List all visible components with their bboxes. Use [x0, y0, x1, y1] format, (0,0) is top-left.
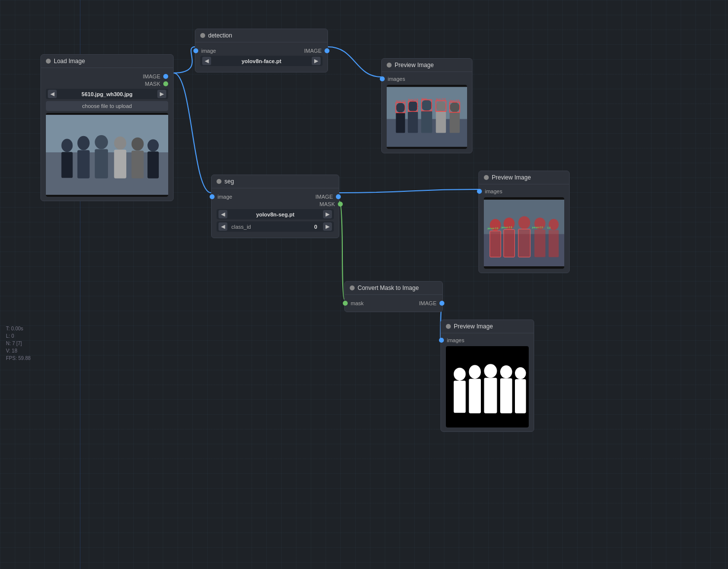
preview1-svg: face 0.9 face 0.9 face face 0.8 face 0.5	[387, 85, 467, 149]
convert-mask-out-label: IMAGE	[419, 300, 437, 306]
svg-rect-60	[454, 381, 466, 413]
seg-mask-label: MASK	[320, 201, 335, 207]
seg-classid-label: class_id	[229, 224, 312, 230]
detection-node: detection image IMAGE ◀ yolov8n-face.pt …	[195, 29, 328, 72]
convert-mask-in-port[interactable]	[343, 301, 348, 306]
image-prev-btn[interactable]: ◀	[48, 90, 57, 98]
convert-mask-ports: mask IMAGE	[350, 300, 437, 306]
seg-mask-out-port[interactable]	[338, 202, 343, 207]
preview3-body: images	[441, 333, 534, 431]
svg-point-11	[132, 138, 144, 151]
svg-point-9	[114, 137, 126, 150]
preview1-body: images face 0.9	[382, 72, 472, 153]
svg-rect-53	[534, 230, 545, 257]
seg-model-name: yolov8n-seg.pt	[229, 212, 321, 217]
svg-point-63	[484, 364, 497, 378]
seg-classid-next-btn[interactable]: ▶	[323, 222, 332, 231]
seg-image-out-port[interactable]	[336, 194, 341, 199]
preview1-node: Preview Image images	[381, 58, 473, 153]
svg-text:face: face	[422, 97, 427, 100]
svg-rect-62	[469, 379, 481, 413]
preview2-title: Preview Image	[492, 174, 531, 181]
image-output-port[interactable]	[163, 74, 168, 79]
svg-rect-23	[421, 111, 432, 133]
detection-model-next-btn[interactable]: ▶	[312, 57, 321, 65]
convert-mask-out-port[interactable]	[439, 301, 444, 306]
svg-rect-12	[132, 150, 144, 178]
load-image-header: Load Image	[41, 55, 173, 68]
detection-image-in-label: image	[201, 48, 216, 54]
detection-header: detection	[195, 29, 328, 42]
seg-model-widget: ◀ yolov8n-seg.pt ▶	[217, 209, 334, 219]
svg-point-7	[95, 135, 108, 149]
svg-rect-66	[500, 378, 512, 413]
stat-fps: FPS: 59.88	[6, 355, 31, 362]
preview2-body: images person 0.9 person 0.8	[479, 184, 569, 273]
seg-header: seg	[212, 175, 339, 188]
seg-image-out-label: IMAGE	[316, 194, 333, 200]
svg-rect-56	[548, 230, 558, 257]
svg-rect-50	[518, 229, 530, 257]
svg-rect-4	[61, 152, 73, 178]
seg-model-prev-btn[interactable]: ◀	[218, 210, 227, 218]
svg-point-20	[408, 101, 418, 111]
seg-image-row: image IMAGE	[217, 194, 334, 200]
load-image-preview	[46, 113, 168, 197]
detection-title: detection	[208, 32, 232, 39]
seg-model-next-btn[interactable]: ▶	[323, 210, 332, 218]
svg-point-59	[454, 368, 466, 381]
svg-point-5	[77, 136, 90, 150]
svg-point-26	[450, 102, 460, 112]
svg-rect-6	[77, 150, 90, 178]
convert-mask-node: Convert Mask to Image mask IMAGE	[344, 281, 443, 312]
detection-model-widget: ◀ yolov8n-face.pt ▶	[200, 56, 323, 66]
seg-classid-prev-btn[interactable]: ◀	[218, 222, 227, 231]
mask-output-port[interactable]	[163, 81, 168, 86]
preview-svg	[46, 113, 168, 197]
preview3-status-dot	[446, 324, 451, 329]
preview1-images-port[interactable]	[380, 76, 385, 81]
svg-rect-27	[450, 112, 460, 133]
image-output-row: IMAGE	[46, 73, 168, 79]
preview1-image: face 0.9 face 0.9 face face 0.8 face 0.5	[387, 85, 467, 149]
convert-mask-body: mask IMAGE	[345, 295, 442, 312]
detection-image-out: IMAGE	[304, 48, 323, 54]
preview2-image: person 0.9 person 0.8 person 0.9 0.9	[484, 197, 564, 269]
image-next-btn[interactable]: ▶	[157, 90, 166, 98]
node-status-dot	[46, 59, 51, 64]
svg-rect-64	[484, 378, 497, 413]
preview3-images-row: images	[446, 337, 529, 343]
choose-file-button[interactable]: choose file to upload	[46, 101, 168, 111]
seg-classid-value: 0	[314, 224, 321, 230]
svg-point-61	[469, 365, 481, 379]
detection-image-in: image	[200, 48, 216, 54]
preview2-svg: person 0.9 person 0.8 person 0.9 0.9	[484, 197, 564, 269]
svg-text:face 0.8: face 0.8	[436, 98, 446, 101]
stats-overlay: T: 0.00s L: 0 N: 7 [7] V: 18 FPS: 59.88	[6, 325, 31, 362]
svg-point-18	[396, 103, 405, 112]
svg-text:face 0.9: face 0.9	[408, 98, 418, 101]
seg-image-in-label: image	[218, 194, 232, 200]
detection-image-row: image IMAGE	[200, 48, 323, 54]
node-title: Load Image	[54, 58, 85, 65]
detection-image-in-port[interactable]	[193, 48, 198, 53]
image-widget-row: ◀ 5610.jpg_wh300.jpg ▶	[46, 89, 168, 99]
preview3-images-port[interactable]	[439, 338, 444, 343]
preview2-node: Preview Image images person 0.9	[478, 171, 570, 273]
svg-text:face 0.9: face 0.9	[396, 100, 406, 103]
seg-image-in-port[interactable]	[210, 194, 215, 199]
mask-output-row: MASK	[46, 81, 168, 87]
preview2-status-dot	[484, 175, 489, 180]
detection-body: image IMAGE ◀ yolov8n-face.pt ▶	[195, 42, 328, 72]
detection-image-out-port[interactable]	[325, 48, 329, 53]
detection-model-prev-btn[interactable]: ◀	[202, 57, 211, 65]
svg-text:person 0.9: person 0.9	[487, 227, 498, 230]
preview2-header: Preview Image	[479, 171, 569, 184]
preview1-header: Preview Image	[382, 59, 472, 72]
stat-l: L: 0	[6, 332, 31, 340]
preview2-images-port[interactable]	[477, 189, 482, 194]
seg-status-dot	[217, 179, 221, 184]
svg-point-13	[147, 140, 159, 152]
svg-point-49	[518, 216, 530, 229]
stat-n: N: 7 [7]	[6, 340, 31, 347]
